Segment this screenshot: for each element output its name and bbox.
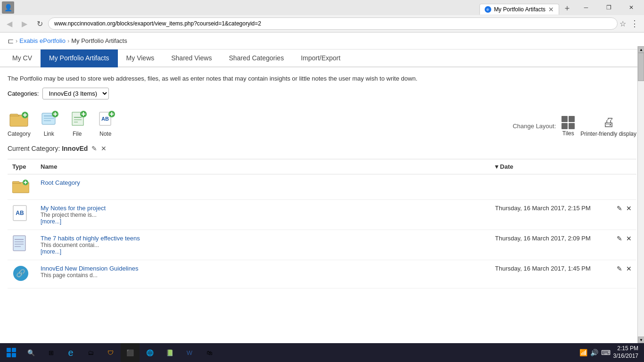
bookmark-icon[interactable]: ☆ [619,19,626,28]
delete-button-3[interactable]: ✕ [626,265,632,272]
tab-import-export[interactable]: Import/Export [292,49,349,67]
type-cell-0 [8,174,36,200]
more-link-1[interactable]: [more...] [41,218,486,225]
window-controls: ─ ❐ ✕ [575,0,642,15]
note-icon: AB [12,205,29,222]
actions-cell-3: ✎ ✕ [608,260,636,288]
add-category-icon [9,109,29,129]
add-file-icon [67,109,87,129]
add-file-group[interactable]: File [67,109,87,137]
tab-shared-categories[interactable]: Shared Categories [220,49,292,67]
menu-button[interactable]: ⋮ [628,17,641,30]
back-button[interactable]: ◀ [3,17,16,30]
tab-favicon: e [485,6,491,13]
more-link-2[interactable]: [more...] [41,248,486,255]
table-row: The 7 habits of highly effective teens T… [8,230,636,260]
printer-layout-option[interactable]: 🖨 Printer-friendly display [580,115,636,137]
current-category-prefix: Current Category: [8,145,60,152]
tile-cell-2 [569,116,575,122]
breadcrumb-separator: › [16,37,17,44]
content-area: The Portfolio may be used to store web a… [0,67,644,296]
edit-button-3[interactable]: ✎ [617,265,622,272]
col-type[interactable]: Type [8,159,36,174]
add-category-label: Category [8,131,31,137]
date-cell-1: Thursday, 16 March 2017, 2:15 PM [490,200,608,230]
printer-label: Printer-friendly display [580,131,636,137]
tile-cell-1 [561,116,568,122]
item-name-2[interactable]: The 7 habits of highly effective teens [41,235,486,242]
change-layout-label: Change Layout: [512,123,556,130]
add-note-label: Note [99,131,111,137]
minimize-button[interactable]: ─ [575,0,597,15]
folder-plus-icon [12,179,29,193]
svg-text:AB: AB [16,210,24,216]
title-bar-left: 👤 [2,1,478,14]
date-cell-2: Thursday, 16 March 2017, 2:09 PM [490,230,608,260]
name-cell-2: The 7 habits of highly effective teens T… [36,230,490,260]
close-button[interactable]: ✕ [620,0,642,15]
tab-my-cv[interactable]: My CV [4,49,41,67]
table-row: Root Category [8,174,636,200]
add-link-icon [39,109,59,129]
tile-cell-4 [569,123,575,129]
new-tab-button[interactable]: + [561,2,573,15]
tiles-layout-option[interactable]: Tiles [561,116,575,137]
tab-my-portfolio-artifacts[interactable]: My Portfolio Artifacts [41,49,118,67]
delete-button-1[interactable]: ✕ [626,205,632,212]
table-header-row: Type Name ▾ Date [8,159,636,174]
description-text: The Portfolio may be used to store web a… [8,75,636,82]
scrollbar-track [638,53,644,329]
col-date[interactable]: ▾ Date [490,159,608,174]
tiles-icon [561,116,575,129]
breadcrumb-current: My Portfolio Artifacts [71,37,127,44]
add-note-icon: AB [96,109,116,129]
categories-row: Categories: InnovEd (3 Items) [8,88,636,99]
browser-tab[interactable]: e My Portfolio Artifacts ✕ [479,4,559,15]
table-row: 🔗 InnovEd New Dimension Guidelines This … [8,260,636,288]
current-category: Current Category: InnovEd ✎ ✕ [8,145,636,152]
svg-text:AB: AB [101,116,109,122]
scrollbar-thumb[interactable] [638,53,644,81]
home-icon[interactable]: ⊏ [8,36,14,45]
item-name-0[interactable]: Root Category [41,179,486,186]
item-name-3[interactable]: InnovEd New Dimension Guidelines [41,265,486,272]
action-icons-row: Category Link [8,109,636,137]
item-desc-2: This document contai... [41,242,486,248]
edit-button-1[interactable]: ✎ [617,205,622,212]
current-category-edit-button[interactable]: ✎ [91,145,97,152]
current-category-delete-button[interactable]: ✕ [101,145,107,152]
svg-rect-30 [13,236,25,251]
current-category-name: InnovEd [62,145,88,152]
name-cell-1: My Notes for the project The project the… [36,200,490,230]
name-cell-0: Root Category [36,174,490,200]
item-name-1[interactable]: My Notes for the project [41,205,486,212]
address-bar[interactable] [48,17,618,30]
tab-bar: e My Portfolio Artifacts ✕ + [478,0,575,15]
browser-chrome: 👤 e My Portfolio Artifacts ✕ + ─ ❐ ✕ ◀ ▶… [0,0,644,33]
type-cell-1: AB [8,200,36,230]
item-desc-1: The project theme is... [41,212,486,218]
tab-close-button[interactable]: ✕ [548,6,554,13]
col-name[interactable]: Name [36,159,490,174]
add-link-label: Link [44,131,54,137]
scrollbar-up-button[interactable]: ▲ [638,46,644,53]
add-category-group[interactable]: Category [8,109,31,137]
table-row: AB My Notes for the project The project … [8,200,636,230]
breadcrumb-link-exabis[interactable]: Exabis ePortfolio [19,37,66,44]
breadcrumb: ⊏ › Exabis ePortfolio › My Portfolio Art… [0,33,644,49]
delete-button-2[interactable]: ✕ [626,235,632,242]
edit-button-2[interactable]: ✎ [617,235,622,242]
name-cell-3: InnovEd New Dimension Guidelines This pa… [36,260,490,288]
reload-button[interactable]: ↻ [33,17,46,30]
categories-select[interactable]: InnovEd (3 Items) [42,88,109,99]
forward-button[interactable]: ▶ [18,17,31,30]
tab-my-views[interactable]: My Views [118,49,163,67]
scrollbar: ▲ ▼ [637,46,644,329]
tabs-bar: My CV My Portfolio Artifacts My Views Sh… [0,49,644,67]
add-note-group[interactable]: AB Note [96,109,116,137]
layout-controls: Change Layout: Tiles 🖨 Printer-friendly … [512,115,636,137]
tab-shared-views[interactable]: Shared Views [163,49,220,67]
maximize-button[interactable]: ❐ [598,0,619,15]
add-link-group[interactable]: Link [39,109,59,137]
address-bar-row: ◀ ▶ ↻ ☆ ⋮ [0,15,644,32]
